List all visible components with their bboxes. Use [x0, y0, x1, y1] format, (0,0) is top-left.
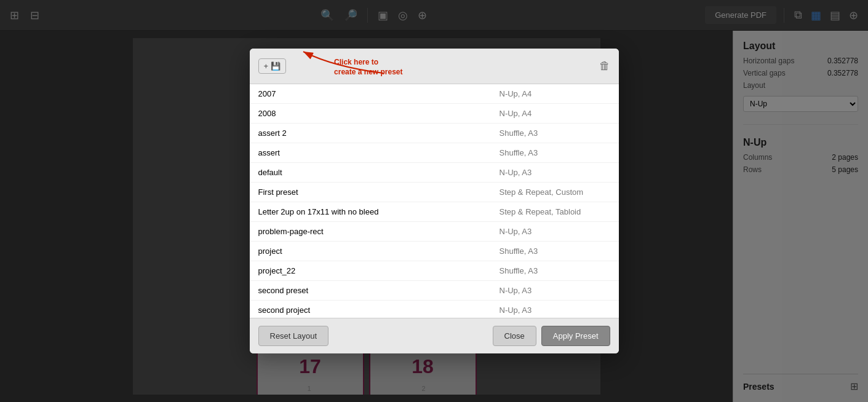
delete-preset-button[interactable]: 🗑	[599, 60, 610, 73]
save-icon: 💾	[271, 61, 281, 71]
preset-name: 2008	[258, 109, 500, 118]
arrow-svg	[297, 49, 396, 79]
preset-name: assert	[258, 148, 500, 157]
modal-footer: Reset Layout Close Apply Preset	[250, 318, 619, 353]
preset-name: project	[258, 246, 500, 256]
preset-type: N-Up, A3	[500, 305, 610, 315]
apply-preset-button[interactable]: Apply Preset	[541, 326, 610, 346]
preset-item[interactable]: 2008N-Up, A4	[250, 104, 619, 124]
preset-type: Shuffle, A3	[500, 266, 610, 275]
preset-item[interactable]: assert 2Shuffle, A3	[250, 124, 619, 143]
preset-name: second preset	[258, 286, 500, 295]
preset-type: N-Up, A3	[500, 168, 610, 177]
preset-name: assert 2	[258, 128, 500, 138]
preset-modal: + 💾 Click here tocreat	[250, 49, 619, 353]
preset-item[interactable]: 2007N-Up, A4	[250, 84, 619, 104]
preset-name: 2007	[258, 89, 500, 98]
preset-name: Letter 2up on 17x11 with no bleed	[258, 207, 500, 216]
preset-type: Step & Repeat, Tabloid	[500, 207, 610, 216]
preset-item[interactable]: project_22Shuffle, A3	[250, 261, 619, 281]
plus-icon: +	[264, 61, 269, 71]
preset-type: Shuffle, A3	[500, 128, 610, 138]
annotation-container: Click here tocreate a new preset	[297, 55, 402, 77]
preset-item[interactable]: assertShuffle, A3	[250, 143, 619, 163]
preset-item[interactable]: Letter 2up on 17x11 with no bleedStep & …	[250, 202, 619, 222]
preset-type: Shuffle, A3	[500, 148, 610, 157]
preset-name: project_22	[258, 266, 500, 275]
preset-name: second project	[258, 305, 500, 315]
close-button[interactable]: Close	[493, 326, 536, 346]
preset-name: First preset	[258, 187, 500, 197]
preset-type: N-Up, A3	[500, 286, 610, 295]
preset-item[interactable]: projectShuffle, A3	[250, 242, 619, 261]
modal-header: + 💾 Click here tocreat	[250, 49, 619, 84]
modal-overlay[interactable]: + 💾 Click here tocreat	[0, 0, 868, 402]
modal-footer-right: Close Apply Preset	[493, 326, 610, 346]
preset-type: N-Up, A4	[500, 89, 610, 98]
preset-type: Step & Repeat, Custom	[500, 187, 610, 197]
preset-type: Shuffle, A3	[500, 246, 610, 256]
reset-layout-button[interactable]: Reset Layout	[258, 326, 329, 346]
modal-header-left: + 💾 Click here tocreat	[258, 55, 403, 77]
preset-item[interactable]: second presetN-Up, A3	[250, 281, 619, 301]
preset-list[interactable]: 2007N-Up, A42008N-Up, A4assert 2Shuffle,…	[250, 84, 619, 318]
preset-type: N-Up, A3	[500, 227, 610, 236]
preset-item[interactable]: second projectN-Up, A3	[250, 301, 619, 318]
add-preset-button[interactable]: + 💾	[258, 58, 287, 74]
preset-name: default	[258, 168, 500, 177]
preset-item[interactable]: problem-page-rectN-Up, A3	[250, 222, 619, 242]
preset-item[interactable]: First presetStep & Repeat, Custom	[250, 183, 619, 202]
preset-item[interactable]: defaultN-Up, A3	[250, 163, 619, 183]
preset-name: problem-page-rect	[258, 227, 500, 236]
preset-type: N-Up, A4	[500, 109, 610, 118]
